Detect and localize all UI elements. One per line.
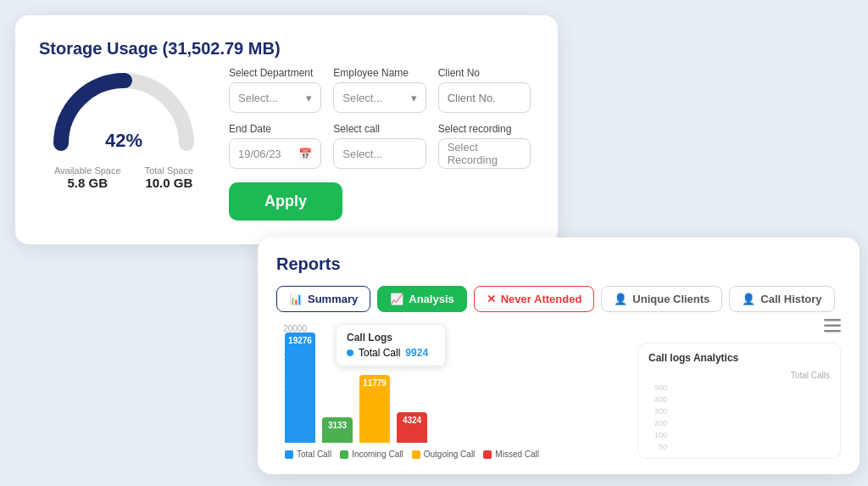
analytics-bars [670, 383, 700, 451]
employee-filter-group: Employee Name Select... ▾ [333, 67, 426, 113]
department-filter-group: Select Department Select... ▾ [229, 67, 321, 113]
bar-missed-label: 4324 [403, 416, 421, 425]
chevron-down-icon: ▾ [411, 92, 417, 104]
storage-title: Storage Usage (31,502.79 MB) [39, 39, 531, 59]
available-space-stat: Available Space 5.8 GB [54, 165, 121, 190]
total-space-value: 10.0 GB [145, 176, 192, 190]
total-space-stat: Total Space 10.0 GB [145, 165, 193, 190]
storage-section: 42% Available Space 5.8 GB Total Space 1… [39, 67, 209, 221]
reports-card: Reports 📊 Summary 📈 Analysis ✕ Never Att… [258, 237, 860, 474]
select-recording-placeholder: Select Recording [448, 141, 521, 166]
legend-incoming-label: Incoming Call [352, 450, 403, 459]
department-select[interactable]: Select... ▾ [229, 82, 321, 113]
department-placeholder: Select... [238, 92, 278, 104]
svg-rect-0 [824, 319, 841, 321]
bar-item-outgoing: 11779 [359, 375, 390, 443]
select-recording-filter-group: Select recording Select Recording [438, 123, 531, 169]
storage-filter-card: Storage Usage (31,502.79 MB) 42% Availab… [15, 15, 558, 244]
total-space-label: Total Space [145, 165, 193, 176]
tooltip-row: Total Call 9924 [347, 347, 435, 359]
trending-up-icon: 📈 [390, 293, 403, 305]
legend-outgoing-call: Outgoing Call [412, 450, 476, 459]
legend-dot-total [285, 450, 293, 459]
department-label: Select Department [229, 67, 321, 79]
chevron-down-icon: ▾ [306, 92, 312, 104]
client-no-input[interactable] [438, 82, 531, 113]
tab-never-attended[interactable]: ✕ Never Attended [474, 286, 595, 312]
svg-rect-2 [824, 330, 841, 332]
select-call-select[interactable]: Select... [333, 138, 426, 169]
phone-missed-icon: ✕ [487, 293, 496, 305]
filter-section: Select Department Select... ▾ Employee N… [229, 67, 531, 221]
gauge-percent: 42% [105, 130, 142, 152]
employee-label: Employee Name [333, 67, 426, 79]
user-icon: 👤 [614, 293, 627, 305]
analytics-area: Call logs Analytics Total Calls 500 400 … [637, 343, 841, 459]
person-icon: 👤 [742, 293, 755, 305]
tab-summary-label: Summary [308, 293, 358, 305]
bar-missed-call: 4324 [397, 412, 427, 443]
legend-total-label: Total Call [297, 450, 331, 459]
end-date-label: End Date [229, 123, 321, 135]
end-date-value: 19/06/23 [238, 148, 281, 160]
bar-chart-area: 20000 15000 10000 5000 0 Call Logs Total… [276, 324, 624, 459]
analytics-y-axis: 500 400 300 200 100 50 [648, 383, 667, 451]
bar-item-total: 19276 [285, 332, 315, 443]
employee-select[interactable]: Select... ▾ [333, 82, 426, 113]
bar-total-call: 19276 [285, 332, 315, 443]
tab-never-attended-label: Never Attended [501, 293, 582, 305]
legend-outgoing-label: Outgoing Call [424, 450, 476, 459]
client-label: Client No [438, 67, 531, 79]
select-recording-select[interactable]: Select Recording [438, 138, 531, 169]
end-date-filter-group: End Date 19/06/23 📅 [229, 123, 321, 169]
filter-row-1: Select Department Select... ▾ Employee N… [229, 67, 531, 113]
chart-legend: Total Call Incoming Call Outgoing Call [285, 450, 539, 459]
legend-total-call: Total Call [285, 450, 331, 459]
gauge-chart: 42% [47, 67, 200, 152]
analytics-title: Call logs Analytics [648, 352, 830, 364]
tab-call-history[interactable]: 👤 Call History [729, 286, 834, 312]
select-call-filter-group: Select call Select... [333, 123, 426, 169]
employee-placeholder: Select... [342, 92, 382, 104]
legend-dot-outgoing [412, 450, 420, 459]
tab-analysis[interactable]: 📈 Analysis [377, 286, 466, 312]
tooltip-label: Total Call [359, 347, 400, 359]
storage-stats: Available Space 5.8 GB Total Space 10.0 … [54, 165, 193, 190]
select-recording-label: Select recording [438, 123, 531, 135]
bar-chart-icon: 📊 [289, 293, 303, 305]
available-space-label: Available Space [54, 165, 121, 176]
tab-unique-clients-label: Unique Clients [632, 293, 709, 305]
charts-row: 20000 15000 10000 5000 0 Call Logs Total… [276, 324, 841, 459]
legend-incoming-call: Incoming Call [340, 450, 403, 459]
apply-button[interactable]: Apply [229, 182, 342, 221]
tooltip-box: Call Logs Total Call 9924 [336, 324, 446, 366]
reports-title: Reports [276, 254, 841, 274]
bar-item-incoming: 3133 [322, 417, 353, 443]
tab-unique-clients[interactable]: 👤 Unique Clients [601, 286, 722, 312]
tooltip-value: 9924 [405, 347, 428, 359]
filter-row-2: End Date 19/06/23 📅 Select call Select..… [229, 123, 531, 169]
select-call-label: Select call [333, 123, 426, 135]
select-call-placeholder: Select... [342, 148, 382, 160]
legend-missed-call: Missed Call [483, 450, 539, 459]
tooltip-title: Call Logs [347, 332, 435, 344]
calendar-icon: 📅 [298, 148, 312, 160]
hamburger-menu-icon[interactable] [824, 319, 841, 336]
tooltip-dot [347, 349, 353, 356]
available-space-value: 5.8 GB [67, 176, 108, 190]
tab-call-history-label: Call History [760, 293, 821, 305]
tab-analysis-label: Analysis [409, 293, 453, 305]
client-filter-group: Client No [438, 67, 531, 113]
legend-dot-incoming [340, 450, 348, 459]
end-date-input[interactable]: 19/06/23 📅 [229, 138, 321, 169]
bar-item-missed: 4324 [397, 412, 427, 443]
analytics-inner: 500 400 300 200 100 50 [648, 383, 830, 451]
analytics-subtitle: Total Calls [648, 371, 830, 380]
bar-outgoing-call: 11779 [359, 375, 390, 443]
bar-incoming-label: 3133 [328, 421, 347, 430]
bar-total-label: 19276 [288, 336, 312, 345]
tab-summary[interactable]: 📊 Summary [276, 286, 370, 312]
svg-rect-1 [824, 325, 841, 327]
legend-dot-missed [483, 450, 492, 459]
legend-missed-label: Missed Call [495, 450, 539, 459]
